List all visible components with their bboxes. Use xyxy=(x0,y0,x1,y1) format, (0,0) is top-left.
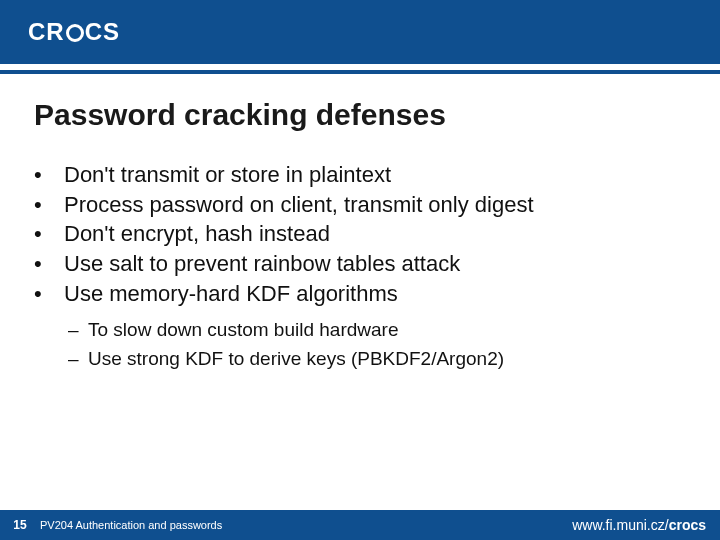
list-item: • Don't transmit or store in plaintext xyxy=(34,160,686,190)
bullet-text: Use salt to prevent rainbow tables attac… xyxy=(64,249,460,279)
url-prefix: www.fi.muni.cz/ xyxy=(572,517,668,533)
bullet-icon: • xyxy=(34,279,64,309)
content-area: Password cracking defenses • Don't trans… xyxy=(0,74,720,510)
footer-bar: 15 PV204 Authentication and passwords ww… xyxy=(0,510,720,540)
ring-icon xyxy=(66,24,84,42)
bullet-icon: • xyxy=(34,190,64,220)
sub-bullet-list: – To slow down custom build hardware – U… xyxy=(68,316,686,373)
header-band: CR CS xyxy=(0,0,720,64)
course-name: PV204 Authentication and passwords xyxy=(40,519,572,531)
dash-icon: – xyxy=(68,345,88,374)
bullet-text: Process password on client, transmit onl… xyxy=(64,190,534,220)
list-item: • Use memory-hard KDF algorithms xyxy=(34,279,686,309)
sub-bullet-text: Use strong KDF to derive keys (PBKDF2/Ar… xyxy=(88,345,504,374)
sub-bullet-text: To slow down custom build hardware xyxy=(88,316,399,345)
footer-url: www.fi.muni.cz/crocs xyxy=(572,517,720,533)
dash-icon: – xyxy=(68,316,88,345)
list-item: – Use strong KDF to derive keys (PBKDF2/… xyxy=(68,345,686,374)
page-number: 15 xyxy=(0,518,40,532)
url-bold: crocs xyxy=(669,517,706,533)
logo-text-right: CS xyxy=(85,18,120,46)
logo-text-left: CR xyxy=(28,18,65,46)
bullet-text: Use memory-hard KDF algorithms xyxy=(64,279,398,309)
list-item: – To slow down custom build hardware xyxy=(68,316,686,345)
slide-title: Password cracking defenses xyxy=(34,98,686,132)
bullet-icon: • xyxy=(34,219,64,249)
list-item: • Process password on client, transmit o… xyxy=(34,190,686,220)
list-item: • Use salt to prevent rainbow tables att… xyxy=(34,249,686,279)
bullet-text: Don't encrypt, hash instead xyxy=(64,219,330,249)
slide: CR CS Password cracking defenses • Don't… xyxy=(0,0,720,540)
crocs-logo: CR CS xyxy=(28,18,120,46)
main-bullet-list: • Don't transmit or store in plaintext •… xyxy=(34,160,686,308)
bullet-icon: • xyxy=(34,249,64,279)
list-item: • Don't encrypt, hash instead xyxy=(34,219,686,249)
bullet-text: Don't transmit or store in plaintext xyxy=(64,160,391,190)
bullet-icon: • xyxy=(34,160,64,190)
